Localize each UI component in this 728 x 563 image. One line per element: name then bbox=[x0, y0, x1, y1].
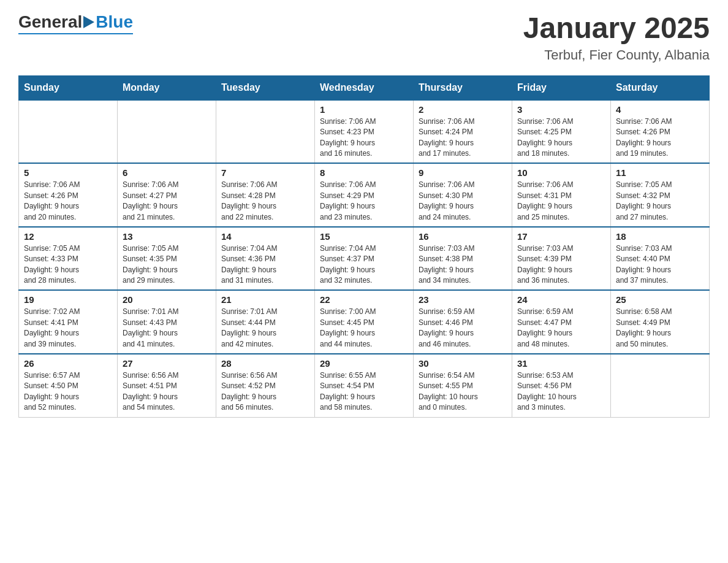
day-cell: 3Sunrise: 7:06 AM Sunset: 4:25 PM Daylig… bbox=[512, 100, 611, 164]
title-section: January 2025 Terbuf, Fier County, Albani… bbox=[523, 12, 710, 63]
day-info: Sunrise: 7:00 AM Sunset: 4:45 PM Dayligh… bbox=[320, 307, 408, 350]
day-cell: 6Sunrise: 7:06 AM Sunset: 4:27 PM Daylig… bbox=[118, 163, 216, 227]
logo-general-text: General bbox=[18, 12, 82, 32]
day-number: 24 bbox=[517, 294, 605, 305]
day-cell: 4Sunrise: 7:06 AM Sunset: 4:26 PM Daylig… bbox=[611, 100, 710, 164]
day-cell: 9Sunrise: 7:06 AM Sunset: 4:30 PM Daylig… bbox=[414, 163, 512, 227]
day-info: Sunrise: 7:06 AM Sunset: 4:29 PM Dayligh… bbox=[320, 180, 408, 223]
day-cell: 12Sunrise: 7:05 AM Sunset: 4:33 PM Dayli… bbox=[19, 227, 118, 291]
day-number: 31 bbox=[517, 358, 605, 369]
day-info: Sunrise: 7:03 AM Sunset: 4:40 PM Dayligh… bbox=[616, 243, 704, 286]
day-number: 9 bbox=[419, 167, 507, 178]
day-number: 28 bbox=[221, 358, 309, 369]
day-info: Sunrise: 6:59 AM Sunset: 4:46 PM Dayligh… bbox=[419, 307, 507, 350]
day-info: Sunrise: 7:06 AM Sunset: 4:24 PM Dayligh… bbox=[419, 117, 507, 159]
day-cell: 1Sunrise: 7:06 AM Sunset: 4:23 PM Daylig… bbox=[315, 100, 414, 164]
day-cell: 28Sunrise: 6:56 AM Sunset: 4:52 PM Dayli… bbox=[216, 354, 315, 417]
day-info: Sunrise: 7:06 AM Sunset: 4:23 PM Dayligh… bbox=[320, 117, 408, 159]
logo-container: General Blue bbox=[18, 12, 133, 34]
day-cell bbox=[611, 354, 710, 417]
day-info: Sunrise: 7:06 AM Sunset: 4:26 PM Dayligh… bbox=[24, 180, 112, 223]
day-info: Sunrise: 6:59 AM Sunset: 4:47 PM Dayligh… bbox=[517, 307, 605, 350]
day-info: Sunrise: 6:56 AM Sunset: 4:52 PM Dayligh… bbox=[221, 370, 309, 413]
day-info: Sunrise: 7:01 AM Sunset: 4:44 PM Dayligh… bbox=[221, 307, 309, 350]
day-info: Sunrise: 6:54 AM Sunset: 4:55 PM Dayligh… bbox=[419, 370, 507, 413]
day-info: Sunrise: 7:05 AM Sunset: 4:32 PM Dayligh… bbox=[616, 180, 704, 223]
week-row-4: 19Sunrise: 7:02 AM Sunset: 4:41 PM Dayli… bbox=[19, 290, 710, 354]
page-header: General Blue January 2025 Terbuf, Fier C… bbox=[18, 12, 710, 63]
day-cell: 20Sunrise: 7:01 AM Sunset: 4:43 PM Dayli… bbox=[118, 290, 216, 354]
day-info: Sunrise: 7:04 AM Sunset: 4:36 PM Dayligh… bbox=[221, 243, 309, 286]
day-number: 7 bbox=[221, 167, 309, 178]
day-info: Sunrise: 7:06 AM Sunset: 4:28 PM Dayligh… bbox=[221, 180, 309, 223]
day-info: Sunrise: 7:06 AM Sunset: 4:27 PM Dayligh… bbox=[123, 180, 211, 223]
day-info: Sunrise: 7:05 AM Sunset: 4:33 PM Dayligh… bbox=[24, 243, 112, 286]
day-cell: 16Sunrise: 7:03 AM Sunset: 4:38 PM Dayli… bbox=[414, 227, 512, 291]
week-row-3: 12Sunrise: 7:05 AM Sunset: 4:33 PM Dayli… bbox=[19, 227, 710, 291]
day-info: Sunrise: 7:01 AM Sunset: 4:43 PM Dayligh… bbox=[123, 307, 211, 350]
day-cell: 26Sunrise: 6:57 AM Sunset: 4:50 PM Dayli… bbox=[19, 354, 118, 417]
day-number: 10 bbox=[517, 167, 605, 178]
day-number: 6 bbox=[123, 167, 211, 178]
month-year-title: January 2025 bbox=[523, 12, 710, 45]
day-number: 3 bbox=[517, 104, 605, 115]
day-cell: 19Sunrise: 7:02 AM Sunset: 4:41 PM Dayli… bbox=[19, 290, 118, 354]
day-cell: 25Sunrise: 6:58 AM Sunset: 4:49 PM Dayli… bbox=[611, 290, 710, 354]
day-cell: 30Sunrise: 6:54 AM Sunset: 4:55 PM Dayli… bbox=[414, 354, 512, 417]
day-cell: 24Sunrise: 6:59 AM Sunset: 4:47 PM Dayli… bbox=[512, 290, 611, 354]
day-cell: 11Sunrise: 7:05 AM Sunset: 4:32 PM Dayli… bbox=[611, 163, 710, 227]
day-cell bbox=[19, 100, 118, 164]
col-saturday: Saturday bbox=[611, 75, 710, 100]
day-info: Sunrise: 7:06 AM Sunset: 4:30 PM Dayligh… bbox=[419, 180, 507, 223]
logo-blue-text: Blue bbox=[96, 12, 133, 32]
day-number: 26 bbox=[24, 358, 112, 369]
day-cell: 5Sunrise: 7:06 AM Sunset: 4:26 PM Daylig… bbox=[19, 163, 118, 227]
day-cell: 10Sunrise: 7:06 AM Sunset: 4:31 PM Dayli… bbox=[512, 163, 611, 227]
day-number: 2 bbox=[419, 104, 507, 115]
day-info: Sunrise: 7:03 AM Sunset: 4:39 PM Dayligh… bbox=[517, 243, 605, 286]
day-number: 21 bbox=[221, 294, 309, 305]
logo-arrow-icon bbox=[83, 16, 94, 28]
col-wednesday: Wednesday bbox=[315, 75, 414, 100]
day-cell: 17Sunrise: 7:03 AM Sunset: 4:39 PM Dayli… bbox=[512, 227, 611, 291]
day-cell: 8Sunrise: 7:06 AM Sunset: 4:29 PM Daylig… bbox=[315, 163, 414, 227]
day-number: 5 bbox=[24, 167, 112, 178]
day-info: Sunrise: 7:02 AM Sunset: 4:41 PM Dayligh… bbox=[24, 307, 112, 350]
col-sunday: Sunday bbox=[19, 75, 118, 100]
day-cell: 31Sunrise: 6:53 AM Sunset: 4:56 PM Dayli… bbox=[512, 354, 611, 417]
day-cell: 21Sunrise: 7:01 AM Sunset: 4:44 PM Dayli… bbox=[216, 290, 315, 354]
col-tuesday: Tuesday bbox=[216, 75, 315, 100]
day-cell: 18Sunrise: 7:03 AM Sunset: 4:40 PM Dayli… bbox=[611, 227, 710, 291]
week-row-5: 26Sunrise: 6:57 AM Sunset: 4:50 PM Dayli… bbox=[19, 354, 710, 417]
day-number: 23 bbox=[419, 294, 507, 305]
day-number: 29 bbox=[320, 358, 408, 369]
day-info: Sunrise: 6:57 AM Sunset: 4:50 PM Dayligh… bbox=[24, 370, 112, 413]
week-row-1: 1Sunrise: 7:06 AM Sunset: 4:23 PM Daylig… bbox=[19, 100, 710, 164]
day-number: 18 bbox=[616, 231, 704, 242]
calendar-table: Sunday Monday Tuesday Wednesday Thursday… bbox=[18, 75, 710, 418]
day-cell: 23Sunrise: 6:59 AM Sunset: 4:46 PM Dayli… bbox=[414, 290, 512, 354]
day-info: Sunrise: 6:53 AM Sunset: 4:56 PM Dayligh… bbox=[517, 370, 605, 413]
day-number: 4 bbox=[616, 104, 704, 115]
day-info: Sunrise: 7:03 AM Sunset: 4:38 PM Dayligh… bbox=[419, 243, 507, 286]
logo: General Blue bbox=[18, 12, 133, 34]
location-subtitle: Terbuf, Fier County, Albania bbox=[523, 47, 710, 63]
day-info: Sunrise: 7:06 AM Sunset: 4:25 PM Dayligh… bbox=[517, 117, 605, 159]
day-number: 16 bbox=[419, 231, 507, 242]
day-number: 17 bbox=[517, 231, 605, 242]
day-number: 14 bbox=[221, 231, 309, 242]
day-number: 20 bbox=[123, 294, 211, 305]
day-number: 27 bbox=[123, 358, 211, 369]
day-number: 30 bbox=[419, 358, 507, 369]
svg-marker-0 bbox=[83, 16, 94, 28]
week-row-2: 5Sunrise: 7:06 AM Sunset: 4:26 PM Daylig… bbox=[19, 163, 710, 227]
col-friday: Friday bbox=[512, 75, 611, 100]
day-number: 13 bbox=[123, 231, 211, 242]
day-info: Sunrise: 6:55 AM Sunset: 4:54 PM Dayligh… bbox=[320, 370, 408, 413]
day-cell: 14Sunrise: 7:04 AM Sunset: 4:36 PM Dayli… bbox=[216, 227, 315, 291]
day-cell bbox=[118, 100, 216, 164]
day-info: Sunrise: 7:06 AM Sunset: 4:26 PM Dayligh… bbox=[616, 117, 704, 159]
day-number: 1 bbox=[320, 104, 408, 115]
day-cell: 29Sunrise: 6:55 AM Sunset: 4:54 PM Dayli… bbox=[315, 354, 414, 417]
day-info: Sunrise: 6:56 AM Sunset: 4:51 PM Dayligh… bbox=[123, 370, 211, 413]
